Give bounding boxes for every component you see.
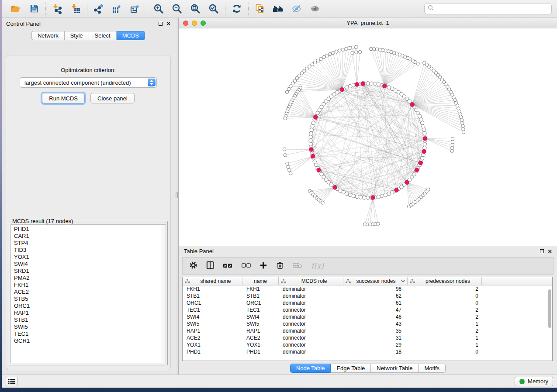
zoom-out-icon[interactable] <box>171 3 183 14</box>
panel-menu-button[interactable] <box>6 377 17 386</box>
mcds-result-item[interactable]: YOX1 <box>14 254 166 261</box>
table-row[interactable]: SWI4SWI4dominator462 <box>183 313 552 320</box>
table-cell: FKH1 <box>242 286 279 292</box>
hide-selected-icon[interactable] <box>291 3 302 14</box>
table-cell: 2 <box>408 307 482 313</box>
export-network-icon[interactable] <box>93 3 104 14</box>
table-row[interactable]: PHD1PHD1dominator180 <box>183 348 552 355</box>
table-cell: dominator <box>279 300 343 306</box>
mcds-result-item[interactable]: TID3 <box>14 247 166 254</box>
folder-open-icon[interactable] <box>10 3 21 14</box>
run-mcds-button[interactable]: Run MCDS <box>42 93 85 103</box>
table-cell: TEC1 <box>242 307 279 313</box>
split-panel-icon[interactable] <box>206 261 214 271</box>
table-row[interactable]: ORC1ORC1dominator610 <box>183 299 552 306</box>
show-all-icon[interactable] <box>309 3 321 14</box>
mcds-result-item[interactable]: TEC1 <box>14 330 166 337</box>
mcds-tab-page: Optimization criterion: largest connecte… <box>6 55 171 370</box>
network-window-title: YPA_prune.txt_1 <box>179 20 557 26</box>
table-scrollbar-thumb[interactable] <box>548 289 551 328</box>
tab-motifs[interactable]: Motifs <box>419 364 446 373</box>
desktop-background: Control Panel × Network Style Select MCD… <box>0 0 557 392</box>
mcds-result-listbox[interactable]: PHD1CAR1STP4TID3YOX1SWI4SRD1PMA2FKH1ACE2… <box>10 224 166 363</box>
close-panel-button[interactable]: Close panel <box>90 93 135 103</box>
panel-splitter[interactable] <box>175 18 179 375</box>
tab-node-table[interactable]: Node Table <box>290 364 331 373</box>
select-all-icon[interactable] <box>223 262 232 270</box>
mcds-result-item[interactable]: RAP1 <box>14 309 166 316</box>
tab-network[interactable]: Network <box>31 31 65 40</box>
tab-select[interactable]: Select <box>89 31 117 40</box>
splitter-handle[interactable] <box>176 193 178 198</box>
save-icon[interactable] <box>28 3 40 14</box>
table-row[interactable]: RAP1RAP1dominator352 <box>183 327 552 334</box>
tab-edge-table[interactable]: Edge Table <box>331 364 371 373</box>
tab-network-table[interactable]: Network Table <box>371 364 419 373</box>
minimize-window-icon[interactable] <box>192 21 197 26</box>
control-panel: Control Panel × Network Style Select MCD… <box>2 18 175 375</box>
settings-gear-icon[interactable] <box>189 261 197 271</box>
mcds-list-scrollbar[interactable] <box>161 225 166 363</box>
tab-style[interactable]: Style <box>65 31 89 40</box>
zoom-fit-icon[interactable] <box>190 3 201 14</box>
mcds-result-item[interactable]: CAR1 <box>14 233 166 240</box>
node-table[interactable]: shared name name MCDS role successor nod… <box>182 277 553 361</box>
mcds-result-item[interactable]: FKH1 <box>14 282 166 289</box>
refresh-icon[interactable] <box>231 3 242 14</box>
search-icon <box>428 5 434 12</box>
table-row[interactable]: ACE2ACE2connector311 <box>183 334 552 341</box>
column-header-mcds-role[interactable]: MCDS role <box>279 277 343 285</box>
close-table-panel-icon[interactable]: × <box>548 249 552 254</box>
network-canvas[interactable] <box>179 28 557 246</box>
export-table-icon[interactable] <box>111 3 123 14</box>
delete-column-icon[interactable] <box>276 261 284 271</box>
mcds-result-item[interactable]: GCR1 <box>14 337 166 344</box>
first-neighbors-icon[interactable] <box>273 3 284 14</box>
mcds-result-item[interactable]: PMA2 <box>14 275 166 282</box>
mcds-result-item[interactable]: SWI5 <box>14 323 166 330</box>
tab-mcds[interactable]: MCDS <box>117 31 145 40</box>
column-header-shared-name[interactable]: shared name <box>183 277 242 285</box>
zoom-selected-icon[interactable] <box>208 3 219 14</box>
column-header-name[interactable]: name <box>242 277 279 285</box>
mcds-result-item[interactable]: SWI4 <box>14 261 166 268</box>
search-input[interactable] <box>434 5 548 12</box>
mcds-result-item[interactable]: STB5 <box>14 296 166 303</box>
maximize-window-icon[interactable] <box>201 21 206 26</box>
add-column-icon[interactable] <box>259 261 267 271</box>
search-field[interactable] <box>424 3 552 14</box>
table-cell: connector <box>279 307 343 313</box>
export-image-icon[interactable] <box>130 3 141 14</box>
import-table-icon[interactable] <box>70 3 81 14</box>
table-cell: 1 <box>408 335 482 341</box>
close-window-icon[interactable] <box>183 21 188 26</box>
import-network-icon[interactable] <box>52 3 63 14</box>
mcds-result-item[interactable]: STP4 <box>14 240 166 247</box>
close-panel-icon[interactable]: × <box>166 21 170 26</box>
column-header-predecessor-nodes[interactable]: predecessor nodes <box>408 277 482 285</box>
table-row[interactable]: FKH1FKH1dominator962 <box>183 285 552 292</box>
mcds-result-item[interactable]: ACE2 <box>14 289 166 296</box>
float-panel-icon[interactable] <box>159 22 163 26</box>
copy-network-icon[interactable] <box>254 3 266 14</box>
table-cell: 0 <box>408 293 482 299</box>
mcds-result-item[interactable]: STB1 <box>14 316 166 323</box>
float-table-panel-icon[interactable] <box>540 249 544 253</box>
optimization-criterion-label: Optimization criterion: <box>6 67 170 73</box>
mcds-result-item[interactable]: SRD1 <box>14 268 166 275</box>
table-row[interactable]: YOX1YOX1connector291 <box>183 341 552 348</box>
table-cell: 62 <box>343 293 408 299</box>
mcds-result-item[interactable]: ORC1 <box>14 303 166 309</box>
zoom-in-icon[interactable] <box>153 3 164 14</box>
memory-button[interactable]: Memory <box>515 377 553 386</box>
criterion-dropdown[interactable]: largest connected component (undirected) <box>20 77 157 88</box>
table-row[interactable]: STB1STB1dominator620 <box>183 292 552 299</box>
list-icon <box>8 378 15 384</box>
table-row[interactable]: TEC1TEC1connector472 <box>183 306 552 313</box>
deselect-all-icon[interactable] <box>241 262 251 270</box>
column-header-successor-nodes[interactable]: successor nodes <box>343 277 408 285</box>
tree-icon <box>185 279 190 283</box>
table-row[interactable]: SWI5SWI5connector431 <box>183 320 552 327</box>
mcds-result-item[interactable]: PHD1 <box>14 226 166 233</box>
main-toolbar <box>2 0 557 17</box>
